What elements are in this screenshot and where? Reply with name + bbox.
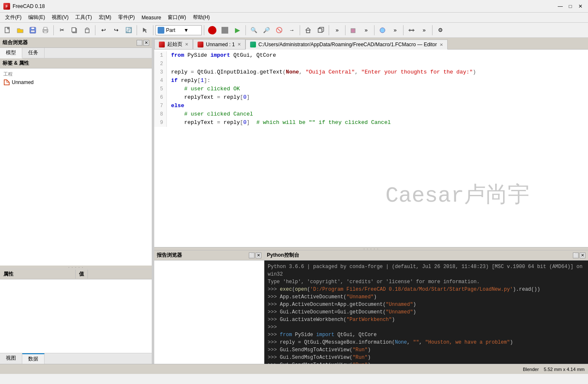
menu-macro[interactable]: 宏(M) <box>95 13 115 22</box>
python-body[interactable]: Python 3.6.6 | packaged by conda-forge |… <box>264 260 588 364</box>
sep12 <box>432 25 432 35</box>
cut-button[interactable]: ✂ <box>56 24 68 36</box>
minimize-button[interactable]: — <box>556 2 564 11</box>
py-line-3: >>> exec(open('D:/Program Files/FreeCAD … <box>268 286 585 293</box>
zoom-fit-button[interactable]: 🔍 <box>248 24 260 36</box>
print-button[interactable] <box>40 24 51 36</box>
workbench-label: Part <box>166 27 182 33</box>
stop-button[interactable] <box>206 24 218 36</box>
code-line-1: 1 from PySide import QtGui, QtCore <box>154 51 588 60</box>
menu-edit[interactable]: 编辑(E) <box>25 13 48 22</box>
settings-btn[interactable]: ⚙ <box>435 24 446 36</box>
props-col-value: 值 <box>76 270 88 279</box>
tab-data[interactable]: 数据 <box>22 353 45 364</box>
more-measure-btn[interactable]: » <box>418 24 430 36</box>
tab-macro-editor[interactable]: C:/Users/Administrator/AppData/Roaming/F… <box>245 39 448 50</box>
maximize-button[interactable]: □ <box>566 2 575 11</box>
more-ops-btn[interactable]: » <box>389 24 401 36</box>
startpage-tab-close[interactable]: ✕ <box>185 42 188 47</box>
new-button[interactable] <box>2 24 13 36</box>
save-button[interactable] <box>27 24 39 36</box>
code-line-5: 5 # user clicked OK <box>154 85 588 93</box>
startpage-tab-label: 起始页 <box>167 41 182 48</box>
zoom-out-button[interactable]: 🔎 <box>261 24 272 36</box>
tab-model[interactable]: 模型 <box>0 48 22 58</box>
menu-part[interactable]: 零件(P) <box>115 13 138 22</box>
menu-measure[interactable]: Measure <box>138 14 165 21</box>
tab-unnamed1[interactable]: Unnamed : 1 ✕ <box>193 39 245 49</box>
unnamed-label: Unnamed <box>12 79 34 85</box>
line-content-1: from PySide import QtGui, QtCore <box>167 51 276 60</box>
python-panel-buttons[interactable]: ⬜ ✕ <box>573 252 585 258</box>
more-part-btn[interactable]: » <box>360 24 372 36</box>
code-line-8: 8 # user clicked Cancel <box>154 110 588 118</box>
tab-view[interactable]: 视图 <box>0 353 22 364</box>
report-close-button[interactable]: ✕ <box>256 252 261 258</box>
run-button[interactable]: ▶ <box>232 24 243 36</box>
more-view-btn[interactable]: » <box>331 24 343 36</box>
line-content-9: replyText = reply[0] # which will be "" … <box>167 118 391 127</box>
paste-button[interactable] <box>81 24 93 36</box>
menu-help[interactable]: 帮助(H) <box>190 13 214 22</box>
vertical-splitter[interactable]: · · · · · <box>154 247 588 250</box>
combo-view-buttons[interactable]: ⬜ ✕ <box>137 40 149 46</box>
macro-tab-close[interactable]: ✕ <box>440 42 443 47</box>
undo-button[interactable]: ↩ <box>98 24 109 36</box>
refresh-button[interactable]: 🔄 <box>123 24 134 36</box>
menu-window[interactable]: 窗口(W) <box>164 13 189 22</box>
svg-rect-12 <box>86 28 88 29</box>
combo-view: 组合浏览器 ⬜ ✕ 模型 任务 标签 & 属性 工程 <box>0 38 152 353</box>
line-num-7: 7 <box>154 102 167 110</box>
menu-view[interactable]: 视图(V) <box>48 13 72 22</box>
props-header: 属性 值 <box>0 269 152 279</box>
line-content-8: # user clicked Cancel <box>167 110 253 118</box>
dimensions-label: 5.52 mm x 4.14 mm <box>544 367 585 372</box>
view-3d-button[interactable] <box>315 24 327 36</box>
redo-button[interactable]: ↪ <box>110 24 122 36</box>
tab-task[interactable]: 任务 <box>22 48 45 58</box>
arrow-button[interactable]: → <box>286 24 298 36</box>
sep1 <box>53 25 54 35</box>
report-panel-buttons[interactable]: ⬜ ✕ <box>249 252 261 258</box>
menu-tools[interactable]: 工具(T) <box>72 13 95 22</box>
report-float-button[interactable]: ⬜ <box>249 252 255 258</box>
sep3 <box>137 25 137 35</box>
project-tree: 工程 Unnamed <box>0 68 152 266</box>
macro-cursor-button[interactable] <box>139 24 151 36</box>
stop-anim-button[interactable]: 🚫 <box>273 24 285 36</box>
record-button[interactable] <box>219 24 231 36</box>
open-button[interactable] <box>14 24 26 36</box>
float-button[interactable]: ⬜ <box>137 40 142 46</box>
props-col-attr: 属性 <box>0 270 76 279</box>
part-op-button[interactable] <box>377 24 388 36</box>
left-bottom-tabs: 视图 数据 <box>0 353 152 364</box>
right-panel: 起始页 ✕ Unnamed : 1 ✕ C:/Users/Administrat… <box>154 38 588 364</box>
close-button[interactable]: ✕ <box>576 2 585 11</box>
measure-btn[interactable] <box>406 24 417 36</box>
combo-view-header: 组合浏览器 ⬜ ✕ <box>0 38 152 48</box>
tab-startpage[interactable]: 起始页 ✕ <box>154 39 193 49</box>
copy-button[interactable] <box>69 24 80 36</box>
home-view-button[interactable] <box>302 24 314 36</box>
py-line-10: >>> reply = QtGui.QMessageBox.informatio… <box>268 339 585 346</box>
unnamed-tab-close[interactable]: ✕ <box>237 42 241 47</box>
svg-rect-17 <box>351 29 355 33</box>
python-float-button[interactable]: ⬜ <box>573 252 579 258</box>
svg-rect-7 <box>44 27 47 29</box>
svg-rect-8 <box>44 31 47 33</box>
svg-rect-13 <box>306 30 310 33</box>
workbench-dropdown[interactable]: Part ▼ <box>156 25 202 35</box>
box-tool-button[interactable] <box>348 24 359 36</box>
close-panel-button[interactable]: ✕ <box>143 40 149 46</box>
python-close-button[interactable]: ✕ <box>580 252 585 258</box>
sep5 <box>204 25 204 35</box>
code-editor[interactable]: 1 from PySide import QtGui, QtCore 2 3 r… <box>154 50 588 247</box>
line-content-6: replyText = reply[0] <box>167 93 250 102</box>
code-line-6: 6 replyText = reply[0] <box>154 93 588 102</box>
unnamed-tab-label: Unnamed : 1 <box>206 42 235 47</box>
menu-file[interactable]: 文件(F) <box>2 13 25 22</box>
panel-resize-handle[interactable]: · · · · · <box>0 266 152 269</box>
tree-item-unnamed[interactable]: Unnamed <box>2 78 150 87</box>
content-area: 组合浏览器 ⬜ ✕ 模型 任务 标签 & 属性 工程 <box>0 38 588 364</box>
title-bar-controls[interactable]: — □ ✕ <box>556 2 585 11</box>
